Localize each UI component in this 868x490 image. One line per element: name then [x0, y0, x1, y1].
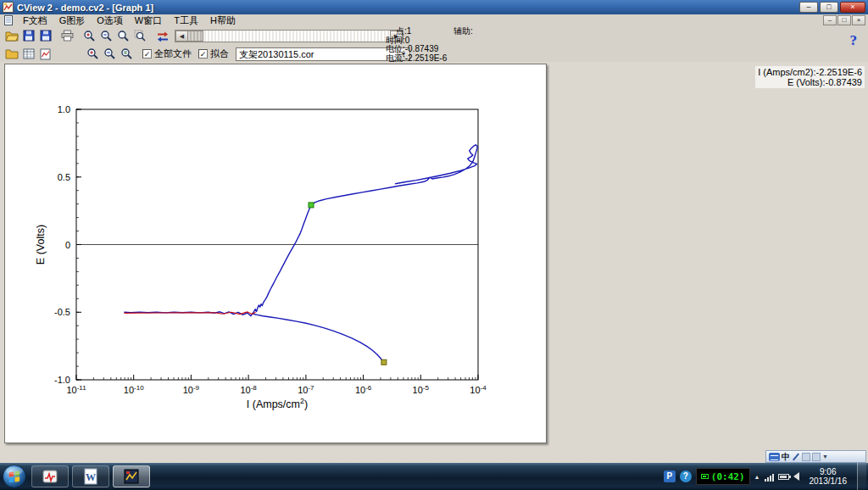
- all-files-checkbox-group: ✓ 全部文件: [142, 47, 192, 60]
- taskbar-app-cview[interactable]: [113, 465, 150, 487]
- svg-text:10-6: 10-6: [355, 384, 372, 395]
- menu-item-window[interactable]: W窗口: [129, 14, 168, 26]
- svg-text:1.0: 1.0: [58, 104, 70, 114]
- file-combobox-value: 支架20130115.cor: [236, 48, 397, 60]
- svg-text:W: W: [86, 471, 96, 483]
- taskbar-app-word[interactable]: W: [72, 465, 109, 487]
- save-button[interactable]: [20, 28, 36, 43]
- toolbar-bottom: ✓ 全部文件 ✓ 拟合 支架20130115.cor ▼: [0, 46, 381, 62]
- svg-text:10-4: 10-4: [470, 384, 487, 395]
- fit-checkbox[interactable]: ✓: [198, 49, 208, 58]
- volume-icon[interactable]: [793, 472, 799, 481]
- point-slider[interactable]: ◀ ▶: [175, 30, 403, 42]
- magnifier-plus-icon: [83, 30, 96, 42]
- recorder-app-icon: [42, 468, 58, 485]
- graph-doc-button[interactable]: [37, 47, 53, 62]
- file-combobox[interactable]: 支架20130115.cor ▼: [236, 47, 410, 61]
- svg-text:10-10: 10-10: [124, 384, 144, 395]
- cursor-readout: I (Amps/cm2):-2.2519E-6 E (Volts):-0.874…: [755, 66, 865, 88]
- show-desktop-button[interactable]: [857, 463, 866, 490]
- status-point: 点:1: [396, 26, 411, 36]
- status-panel: 点:1 辅助: 时间:0 电位:-0.87439 电流:-2.2519E-6: [386, 27, 606, 63]
- recording-timer[interactable]: (0:42): [696, 468, 750, 485]
- cview-app-icon: [123, 468, 140, 485]
- window-title: CView 2 - demo.cv2 - [Graph 1]: [17, 3, 798, 13]
- magnifier-icon: [117, 30, 130, 42]
- mdi-close-button[interactable]: ×: [852, 15, 865, 25]
- battery-icon[interactable]: [778, 474, 789, 480]
- taskbar-clock[interactable]: 9:06 2013/1/16: [804, 467, 854, 486]
- graph-window: 10-1110-1010-910-810-710-610-510-4-1.0-0…: [4, 64, 547, 443]
- status-potential: 电位:-0.87439: [386, 45, 606, 54]
- show-hidden-icons-arrow[interactable]: ▲: [754, 474, 760, 480]
- print-button[interactable]: [59, 28, 75, 43]
- help-icon[interactable]: ?: [850, 32, 858, 49]
- menu-item-graph[interactable]: G图形: [53, 14, 92, 26]
- menu-item-help[interactable]: H帮助: [204, 14, 242, 26]
- floppy-icon: [40, 30, 52, 42]
- svg-text:0: 0: [65, 240, 70, 250]
- data-table-button[interactable]: [20, 47, 36, 62]
- zoom-box-button[interactable]: [132, 28, 148, 43]
- close-button[interactable]: ×: [840, 2, 865, 13]
- langbar-options-chevron[interactable]: ▼: [822, 454, 828, 459]
- desktop: CView 2 - demo.cv2 - [Graph 1] – □ × F文档…: [0, 0, 868, 490]
- keyboard-icon[interactable]: [769, 453, 780, 461]
- readout-current: I (Amps/cm2):-2.2519E-6: [758, 67, 862, 77]
- printer-icon: [61, 30, 74, 42]
- status-aux: 辅助:: [453, 27, 473, 36]
- chart-canvas[interactable]: 10-1110-1010-910-810-710-610-510-4-1.0-0…: [5, 64, 546, 443]
- zoom-out-2-button[interactable]: [102, 47, 118, 62]
- menu-item-file[interactable]: F文档: [17, 14, 53, 26]
- system-tray: P ? (0:42) ▲ 9:06 2013/1/16: [664, 463, 868, 490]
- taskbar-app-recorder[interactable]: [31, 465, 69, 487]
- word-app-icon: W: [82, 468, 99, 485]
- maximize-button[interactable]: □: [820, 2, 838, 13]
- save-as-button[interactable]: [37, 28, 53, 43]
- ime-settings-icon[interactable]: [812, 453, 821, 461]
- svg-text:10-7: 10-7: [298, 384, 314, 395]
- svg-text:10-8: 10-8: [240, 384, 257, 395]
- language-bar: 中 ▼: [765, 450, 866, 463]
- readout-voltage: E (Volts):-0.87439: [758, 77, 862, 87]
- menu-item-tools[interactable]: T工具: [168, 14, 204, 26]
- open-folder-icon: [5, 31, 19, 42]
- all-files-checkbox[interactable]: ✓: [142, 49, 152, 58]
- mdi-restore-button[interactable]: □: [837, 15, 851, 25]
- swap-curves-button[interactable]: [154, 28, 170, 43]
- graph-doc-icon: [40, 48, 51, 60]
- table-icon: [23, 48, 35, 59]
- mdi-client-area: 10-1110-1010-910-810-710-610-510-4-1.0-0…: [0, 62, 868, 463]
- zoom-in-button[interactable]: [81, 28, 97, 43]
- open-data-button[interactable]: [3, 47, 19, 62]
- taskbar: W P ? (0:42) ▲ 9:06 20: [0, 463, 868, 490]
- magnifier-box-icon: [134, 30, 147, 42]
- svg-text:0.5: 0.5: [58, 172, 70, 182]
- network-icon[interactable]: [765, 472, 774, 482]
- zoom-window-button[interactable]: [115, 28, 131, 43]
- slider-left-arrow[interactable]: ◀: [175, 31, 188, 42]
- tray-help-icon[interactable]: ?: [680, 471, 692, 482]
- svg-text:E (Volts): E (Volts): [35, 225, 47, 264]
- ime-option-icon[interactable]: [802, 453, 810, 461]
- menu-bar: F文档 G图形 O选项 W窗口 T工具 H帮助 – □ ×: [0, 14, 868, 26]
- slider-track[interactable]: [203, 31, 390, 42]
- battery-meter-icon: [701, 474, 709, 479]
- tray-program-icon[interactable]: P: [664, 471, 676, 482]
- slider-thumb[interactable]: [188, 31, 203, 42]
- folder-icon: [5, 48, 19, 59]
- open-button[interactable]: [3, 28, 19, 43]
- clock-date: 2013/1/16: [810, 476, 848, 486]
- language-indicator[interactable]: 中: [782, 451, 790, 463]
- document-icon[interactable]: [3, 15, 14, 25]
- zoom-full-button[interactable]: [119, 47, 135, 62]
- menu-item-options[interactable]: O选项: [91, 14, 129, 26]
- zoom-out-button[interactable]: [98, 28, 114, 43]
- start-button[interactable]: [2, 464, 27, 489]
- svg-text:10-9: 10-9: [183, 384, 200, 395]
- pen-icon[interactable]: [792, 453, 800, 461]
- minimize-button[interactable]: –: [799, 2, 818, 13]
- zoom-in-2-button[interactable]: [85, 47, 101, 62]
- clock-time: 9:06: [810, 467, 848, 476]
- mdi-minimize-button[interactable]: –: [823, 15, 837, 25]
